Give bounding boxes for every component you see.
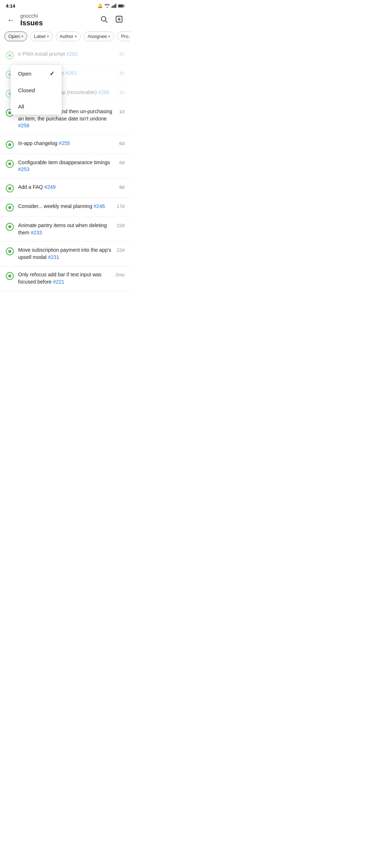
status-icons: 🔔 [97,3,125,8]
app-name: gnocchi [20,13,94,19]
issue-time-258: 1d [119,109,125,114]
issue-title-249: Add a FAQ #249 [18,184,115,191]
dropdown-item-all[interactable]: All [11,98,62,115]
page-title: Issues [20,19,94,27]
issue-number-231: #231 [48,254,59,260]
issue-title-233: Animate pantry items out when deleting t… [18,222,112,236]
issue-item-246[interactable]: Consider... weekly meal planning #246 17… [0,198,130,217]
issue-status-icon-246 [6,204,14,212]
dropdown-item-open[interactable]: Open ✓ [11,65,62,82]
issue-content-233: Animate pantry items out when deleting t… [18,222,112,236]
dropdown-item-closed[interactable]: Closed [11,82,62,98]
dropdown-open-label: Open [18,71,31,77]
issue-number-253: #253 [18,166,29,172]
open-dropdown: Open ✓ Closed All [11,65,62,115]
issue-item-231[interactable]: Move subscription payment into the app's… [0,242,130,266]
issue-title-231: Move subscription payment into the app's… [18,247,112,261]
issue-time-221: 2mo [115,272,125,277]
issue-dot-233 [8,225,11,228]
filter-label-label: Label [34,34,46,39]
issue-item-233[interactable]: Animate pantry items out when deleting t… [0,217,130,242]
header-title-area: gnocchi Issues [20,13,94,27]
issue-content-246: Consider... weekly meal planning #246 [18,203,112,210]
issue-title-262: e PWA install prompt #262 [18,51,115,58]
filter-open-label: Open [8,34,20,39]
issue-time-262: 2h [119,51,125,57]
filter-label[interactable]: Label ▾ [30,31,53,41]
notification-icon: 🔔 [97,3,103,8]
signal-icon [112,4,117,8]
issue-time-233: 22d [117,223,125,228]
issue-item-255[interactable]: In-app changelog #255 6d [0,135,130,154]
status-bar: 4:14 🔔 [0,0,130,10]
issue-content-249: Add a FAQ #249 [18,184,115,191]
dropdown-all-label: All [18,103,24,110]
issue-number-262: #262 [66,51,77,57]
issue-number-261: #261 [66,70,77,76]
issue-item-249[interactable]: Add a FAQ #249 8d [0,179,130,198]
issue-time-246: 17d [117,204,125,209]
issue-status-icon-233 [6,223,14,231]
issue-item-221[interactable]: Only refocus add bar if text input was f… [0,266,130,291]
add-issue-button[interactable] [114,14,125,27]
issue-title-221: Only refocus add bar if text input was f… [18,271,111,285]
issue-time-249: 8d [119,184,125,190]
issue-number-258: #258 [18,123,29,128]
filter-author-arrow: ▾ [75,34,77,38]
issue-status-icon-255 [6,141,14,149]
wifi-icon [104,4,110,8]
issue-status-icon-262 [6,51,14,59]
issue-title-253: Configurable item disappearance timings … [18,159,115,173]
filter-label-arrow: ▾ [47,34,49,38]
filter-open-arrow: ▾ [21,34,23,38]
svg-rect-5 [124,5,125,7]
issue-time-255: 6d [119,141,125,146]
issue-status-icon-221 [6,272,14,280]
filter-open[interactable]: Open ▾ [4,31,27,41]
issue-content-231: Move subscription payment into the app's… [18,247,112,261]
issue-dot-221 [8,275,11,277]
issue-item-262[interactable]: e PWA install prompt #262 2h [0,46,130,65]
issue-dot-255 [8,143,11,146]
svg-line-8 [105,21,107,22]
filter-assignee-arrow: ▾ [108,34,110,38]
issue-number-233: #233 [31,230,42,235]
issue-title-255: In-app changelog #255 [18,140,115,147]
issue-status-icon-253 [6,160,14,168]
issue-number-221: #221 [53,279,64,285]
dropdown-closed-label: Closed [18,87,35,93]
issue-time-260: 3h [119,90,125,95]
svg-rect-0 [112,6,113,8]
filter-project[interactable]: Pro... ▾ [117,31,130,41]
issue-time-261: 2h [119,71,125,76]
issue-content-255: In-app changelog #255 [18,140,115,147]
filter-author[interactable]: Author ▾ [56,31,81,41]
header: ← gnocchi Issues [0,10,130,31]
issue-number-260: #260 [98,89,109,95]
issue-time-231: 22d [117,247,125,253]
issue-dot-246 [8,206,11,209]
header-actions [98,14,125,27]
svg-rect-3 [115,4,117,8]
issue-content-262: e PWA install prompt #262 [18,51,115,58]
issue-time-253: 6d [119,160,125,165]
svg-rect-6 [118,5,123,7]
filter-assignee[interactable]: Assignee ▾ [84,31,114,41]
svg-rect-1 [113,5,114,8]
filter-author-label: Author [60,34,73,39]
battery-icon [118,4,125,8]
issue-content-253: Configurable item disappearance timings … [18,159,115,173]
issue-dot-249 [8,187,11,190]
issue-status-icon-249 [6,184,14,192]
filter-assignee-label: Assignee [88,34,107,39]
filter-project-label: Pro... [121,34,130,39]
issue-number-249: #249 [44,184,55,190]
back-button[interactable]: ← [6,14,16,26]
issue-dot-262 [8,54,11,57]
issue-status-icon-231 [6,247,14,255]
status-time: 4:14 [6,3,15,9]
issue-dot-253 [8,162,11,165]
issue-item-253[interactable]: Configurable item disappearance timings … [0,154,130,179]
issue-content-221: Only refocus add bar if text input was f… [18,271,111,285]
search-button[interactable] [98,14,109,26]
